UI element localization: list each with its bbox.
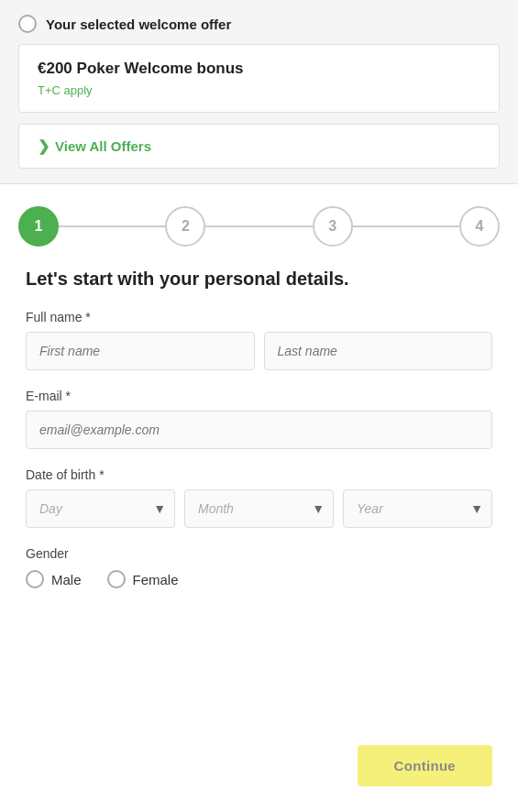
female-label: Female xyxy=(133,572,179,587)
name-row xyxy=(26,332,492,370)
form-title: Let's start with your personal details. xyxy=(26,269,492,290)
bonus-name: €200 Poker Welcome bonus xyxy=(38,60,480,78)
male-radio[interactable] xyxy=(26,570,44,588)
female-radio[interactable] xyxy=(107,570,126,588)
step-2: 2 xyxy=(165,206,205,247)
full-name-group: Full name * xyxy=(26,310,492,370)
day-select-wrap: Day ▼ xyxy=(26,489,175,528)
year-select-wrap: Year ▼ xyxy=(343,489,492,528)
email-input[interactable] xyxy=(26,411,492,449)
male-label: Male xyxy=(51,572,82,587)
full-name-label: Full name * xyxy=(26,310,492,324)
step-line-3 xyxy=(353,225,459,227)
female-option[interactable]: Female xyxy=(107,570,179,588)
last-name-input[interactable] xyxy=(264,332,493,370)
welcome-offer-header: Your selected welcome offer xyxy=(18,15,500,33)
step-line-1 xyxy=(59,225,165,227)
welcome-offer-title: Your selected welcome offer xyxy=(46,16,231,32)
first-name-input[interactable] xyxy=(26,332,255,370)
step-3: 3 xyxy=(313,206,353,247)
welcome-offer-section: Your selected welcome offer €200 Poker W… xyxy=(0,0,518,184)
view-all-text: View All Offers xyxy=(55,138,151,154)
male-option[interactable]: Male xyxy=(26,570,82,588)
email-label: E-mail * xyxy=(26,389,492,403)
tc-apply-text: T+C apply xyxy=(38,83,480,97)
page-container: Your selected welcome offer €200 Poker W… xyxy=(0,0,518,812)
month-select-wrap: Month ▼ xyxy=(184,489,334,528)
step-1: 1 xyxy=(18,206,59,247)
chevron-right-icon: ❯ xyxy=(38,137,50,155)
dob-label: Date of birth * xyxy=(26,467,492,482)
bonus-card: €200 Poker Welcome bonus T+C apply xyxy=(18,44,500,113)
welcome-offer-radio[interactable] xyxy=(18,15,37,33)
view-all-offers-button[interactable]: ❯ View All Offers xyxy=(18,124,500,169)
year-select[interactable]: Year xyxy=(343,489,492,528)
email-group: E-mail * xyxy=(26,389,492,449)
continue-button[interactable]: Continue xyxy=(358,745,492,786)
dob-row: Day ▼ Month ▼ Year ▼ xyxy=(26,489,492,528)
gender-label: Gender xyxy=(26,546,492,561)
month-select[interactable]: Month xyxy=(184,489,334,528)
step-line-2 xyxy=(205,225,312,227)
dob-group: Date of birth * Day ▼ Month ▼ Year xyxy=(26,467,492,528)
personal-details-form: Let's start with your personal details. … xyxy=(0,269,518,730)
stepper: 1 2 3 4 xyxy=(0,184,518,269)
gender-group: Gender Male Female xyxy=(26,546,492,588)
gender-radio-group: Male Female xyxy=(26,570,492,588)
day-select[interactable]: Day xyxy=(26,489,175,528)
step-4: 4 xyxy=(459,206,500,247)
form-footer: Continue xyxy=(0,730,518,812)
